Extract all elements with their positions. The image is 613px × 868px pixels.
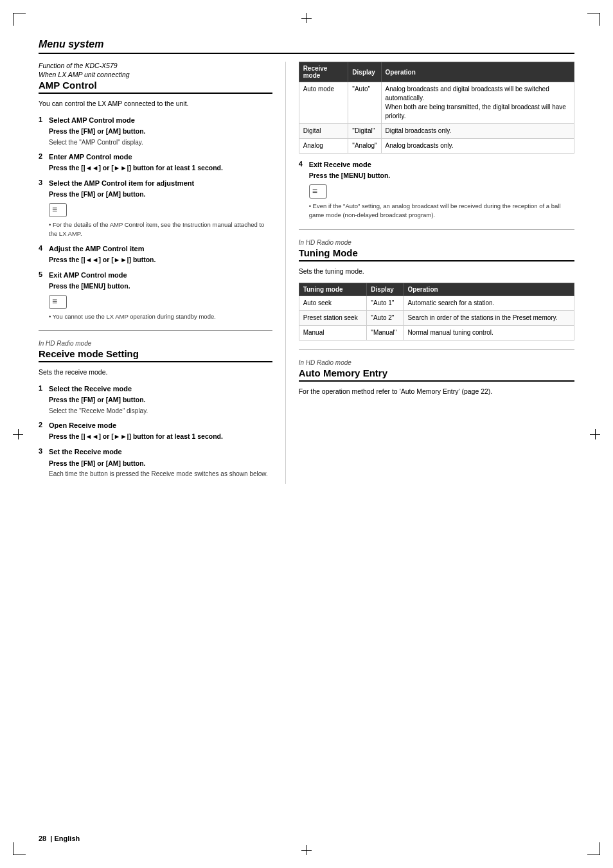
receive-italic: In HD Radio mode	[39, 340, 272, 347]
tuning-section-title: Tuning Mode	[299, 247, 574, 261]
table-row: Preset station seek "Auto 2" Search in o…	[299, 311, 574, 326]
tuning-col-mode: Tuning mode	[299, 283, 367, 296]
tuning-row1-mode: Auto seek	[299, 296, 367, 311]
menu-icon-3	[309, 184, 327, 199]
step-detail-1: Select the "AMP Control" display.	[49, 137, 272, 147]
tuning-col-display: Display	[367, 283, 404, 296]
exit-step-instruction: Press the [MENU] button.	[309, 171, 574, 181]
amp-icon-area-2	[39, 295, 272, 309]
auto-memory-italic: In HD Radio mode	[299, 359, 574, 366]
amp-note-2: You cannot use the LX AMP operation duri…	[39, 312, 272, 321]
tuning-row2-operation: Search in order of the stations in the P…	[404, 311, 574, 326]
exit-icon-area	[299, 184, 574, 199]
step-title-1: Select AMP Control mode	[49, 116, 135, 125]
receive-step-detail-1: Select the "Receive Mode" display.	[49, 406, 272, 416]
step-title-2: Enter AMP Control mode	[49, 152, 132, 162]
tuning-table: Tuning mode Display Operation Auto seek …	[299, 283, 574, 341]
receive-row1-mode: Auto mode	[299, 82, 348, 124]
table-row: Manual "Manual" Normal manual tuning con…	[299, 326, 574, 341]
receive-intro: Sets the receive mode.	[39, 368, 272, 378]
receive-row2-mode: Digital	[299, 124, 348, 139]
right-divider-2	[299, 350, 574, 350]
right-divider-1	[299, 229, 574, 230]
step-number-5: 5	[39, 270, 46, 278]
receive-step-title-1: Select the Receive mode	[49, 384, 132, 394]
receive-col-operation: Operation	[381, 62, 574, 82]
tuning-row2-display: "Auto 2"	[367, 311, 404, 326]
main-content: Function of the KDC-X579 When LX AMP uni…	[39, 62, 574, 484]
exit-note: Even if the "Auto" setting, an analog br…	[299, 202, 574, 220]
receive-row1-operation: Analog broadcasts and digital broadcasts…	[381, 82, 574, 124]
tuning-row1-display: "Auto 1"	[367, 296, 404, 311]
tuning-row2-mode: Preset station seek	[299, 311, 367, 326]
page-language: | English	[48, 835, 80, 842]
step-instruction-4: Press the [|◄◄] or [►►|] button.	[49, 255, 272, 265]
step-title-5: Exit AMP Control mode	[49, 270, 127, 280]
receive-step-instruction-1: Press the [FM] or [AM] button.	[49, 395, 272, 405]
receive-table: Receive mode Display Operation Auto mode…	[299, 62, 574, 154]
receive-step-number-1: 1	[39, 384, 46, 392]
tuning-row1-operation: Automatic search for a station.	[404, 296, 574, 311]
tuning-row3-display: "Manual"	[367, 326, 404, 341]
receive-col-mode: Receive mode	[299, 62, 348, 82]
tuning-intro: Sets the tuning mode.	[299, 267, 574, 277]
step-instruction-1: Press the [FM] or [AM] button.	[49, 127, 272, 137]
receive-step-instruction-3: Press the [FM] or [AM] button.	[49, 459, 272, 469]
tuning-col-operation: Operation	[404, 283, 574, 296]
amp-section-title: AMP Control	[39, 80, 272, 94]
menu-icon-1	[49, 203, 67, 217]
auto-memory-intro: For the operation method refer to 'Auto …	[299, 387, 574, 397]
receive-row3-operation: Analog broadcasts only.	[381, 139, 574, 154]
table-row: Digital "Digital" Digital broadcasts onl…	[299, 124, 574, 139]
table-row: Analog "Analog" Analog broadcasts only.	[299, 139, 574, 154]
exit-step-number: 4	[299, 160, 306, 168]
left-divider-1	[39, 330, 272, 331]
amp-icon-area	[39, 203, 272, 217]
tuning-row3-mode: Manual	[299, 326, 367, 341]
page: Menu system Function of the KDC-X579 Whe…	[0, 0, 613, 868]
step-instruction-5: Press the [MENU] button.	[49, 281, 272, 292]
receive-row3-display: "Analog"	[348, 139, 381, 154]
receive-step-3: 3 Set the Receive mode Press the [FM] or…	[39, 447, 272, 479]
receive-step-detail-3: Each time the button is pressed the Rece…	[49, 469, 272, 479]
receive-row2-operation: Digital broadcasts only.	[381, 124, 574, 139]
table-row: Auto mode "Auto" Analog broadcasts and d…	[299, 82, 574, 124]
exit-step-title: Exit Receive mode	[309, 160, 371, 170]
step-instruction-2: Press the [|◄◄] or [►►|] button for at l…	[49, 163, 272, 173]
table-row: Auto seek "Auto 1" Automatic search for …	[299, 296, 574, 311]
receive-step-title-2: Open Receive mode	[49, 421, 116, 430]
amp-step-2: 2 Enter AMP Control mode Press the [|◄◄]…	[39, 152, 272, 173]
step-number-4: 4	[39, 244, 46, 252]
page-title: Menu system	[39, 39, 574, 54]
amp-step-3: 3 Select the AMP Control item for adjust…	[39, 179, 272, 239]
receive-row2-display: "Digital"	[348, 124, 381, 139]
menu-icon-2	[49, 295, 67, 309]
step-title-4: Adjust the AMP Control item	[49, 244, 145, 254]
amp-step-5: 5 Exit AMP Control mode Press the [MENU]…	[39, 270, 272, 321]
left-column: Function of the KDC-X579 When LX AMP uni…	[39, 62, 285, 484]
step-title-3: Select the AMP Control item for adjustme…	[49, 179, 194, 188]
receive-row3-mode: Analog	[299, 139, 348, 154]
amp-intro: You can control the LX AMP connected to …	[39, 99, 272, 109]
page-number-area: 28 | English	[39, 835, 80, 842]
receive-step-number-3: 3	[39, 447, 46, 455]
amp-step-1: 1 Select AMP Control mode Press the [FM]…	[39, 116, 272, 147]
exit-receive-step: 4 Exit Receive mode Press the [MENU] but…	[299, 160, 574, 220]
receive-step-title-3: Set the Receive mode	[49, 447, 122, 457]
receive-col-display: Display	[348, 62, 381, 82]
amp-subtitle2: When LX AMP unit connecting	[39, 71, 272, 78]
receive-step-instruction-2: Press the [|◄◄] or [►►|] button for at l…	[49, 432, 272, 442]
receive-section-title: Receive mode Setting	[39, 348, 272, 362]
step-number-2: 2	[39, 152, 46, 160]
amp-subtitle1: Function of the KDC-X579	[39, 62, 272, 69]
amp-step-4: 4 Adjust the AMP Control item Press the …	[39, 244, 272, 265]
page-number: 28	[39, 835, 46, 842]
receive-step-2: 2 Open Receive mode Press the [|◄◄] or […	[39, 421, 272, 442]
step-number-3: 3	[39, 179, 46, 186]
step-instruction-3: Press the [FM] or [AM] button.	[49, 190, 272, 200]
tuning-row3-operation: Normal manual tuning control.	[404, 326, 574, 341]
tuning-italic: In HD Radio mode	[299, 239, 574, 246]
receive-row1-display: "Auto"	[348, 82, 381, 124]
auto-memory-section-title: Auto Memory Entry	[299, 368, 574, 382]
right-column: Receive mode Display Operation Auto mode…	[285, 62, 574, 484]
